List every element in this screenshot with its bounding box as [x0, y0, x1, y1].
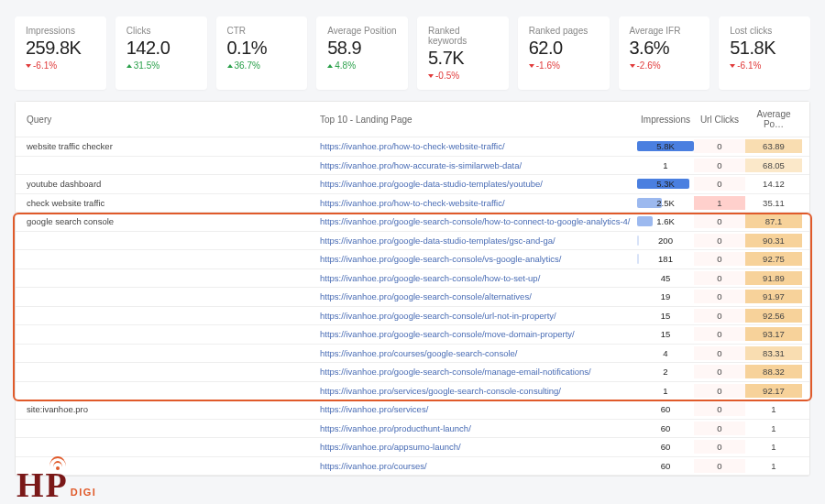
col-url-clicks[interactable]: Url Clicks	[694, 113, 745, 126]
cell-avg-position: 87.1	[745, 214, 802, 228]
table-row[interactable]: youtube dashboardhttps://ivanhoe.pro/goo…	[16, 175, 809, 194]
col-average-position[interactable]: Average Po…	[745, 107, 802, 131]
cell-landing-page[interactable]: https://ivanhoe.pro/google-data-studio-t…	[316, 234, 637, 247]
arrow-down-icon	[630, 64, 635, 68]
table-row[interactable]: https://ivanhoe.pro/how-accurate-is-simi…	[16, 157, 809, 176]
table-row[interactable]: https://ivanhoe.pro/courses/6001	[16, 457, 809, 477]
cell-url-clicks: 0	[694, 309, 745, 323]
metric-card[interactable]: Average Position58.94.8%	[316, 16, 408, 90]
metric-card[interactable]: CTR0.1%36.7%	[216, 16, 308, 90]
col-landing-page[interactable]: Top 10 - Landing Page	[316, 113, 637, 126]
cell-url-clicks: 0	[694, 422, 745, 435]
metric-label: Ranked keywords	[428, 26, 498, 46]
cell-landing-page[interactable]: https://ivanhoe.pro/google-search-consol…	[316, 309, 637, 323]
metric-value: 5.7K	[428, 48, 498, 69]
metric-label: Lost clicks	[730, 26, 799, 36]
cell-url-clicks: 0	[694, 440, 745, 454]
arrow-down-icon	[428, 74, 434, 78]
table-row[interactable]: website traffic checkerhttps://ivanhoe.p…	[16, 137, 809, 157]
logo-letter-p: P	[46, 466, 67, 504]
table-row[interactable]: https://ivanhoe.pro/google-search-consol…	[16, 325, 809, 345]
cell-url-clicks: 0	[694, 346, 745, 360]
table-row[interactable]: https://ivanhoe.pro/google-search-consol…	[16, 250, 809, 269]
table-row[interactable]: https://ivanhoe.pro/google-search-consol…	[16, 269, 809, 289]
table-row[interactable]: https://ivanhoe.pro/producthunt-launch/6…	[16, 420, 809, 439]
cell-impressions: 2.5K	[637, 196, 694, 210]
arrow-up-icon	[126, 64, 132, 68]
cell-query	[23, 276, 316, 279]
cell-url-clicks: 0	[694, 177, 745, 191]
cell-landing-page[interactable]: https://ivanhoe.pro/courses/google-searc…	[316, 346, 637, 360]
cell-impressions: 15	[637, 309, 694, 323]
cell-query	[23, 313, 316, 317]
cell-landing-page[interactable]: https://ivanhoe.pro/google-search-consol…	[316, 290, 637, 303]
arrow-down-icon	[26, 64, 31, 68]
cell-url-clicks: 0	[694, 459, 745, 473]
cell-avg-position: 91.89	[745, 271, 802, 285]
cell-avg-position: 1	[745, 402, 802, 416]
col-impressions[interactable]: Impressions	[637, 113, 694, 126]
cell-avg-position: 63.89	[745, 139, 802, 153]
table-row[interactable]: https://ivanhoe.pro/google-search-consol…	[16, 288, 809, 307]
cell-landing-page[interactable]: https://ivanhoe.pro/google-search-consol…	[316, 214, 637, 228]
table-row[interactable]: https://ivanhoe.pro/google-data-studio-t…	[16, 232, 809, 251]
metric-card[interactable]: Ranked keywords5.7K-0.5%	[417, 16, 509, 90]
cell-url-clicks: 0	[694, 139, 745, 153]
table-row[interactable]: site:ivanhoe.prohttps://ivanhoe.pro/serv…	[16, 400, 809, 420]
arrow-down-icon	[730, 64, 735, 68]
metric-card[interactable]: Average IFR3.6%-2.6%	[619, 16, 710, 90]
arrow-up-icon	[327, 64, 333, 68]
metric-card[interactable]: Lost clicks51.8K-6.1%	[719, 16, 810, 90]
metric-value: 58.9	[327, 38, 397, 59]
col-query[interactable]: Query	[23, 113, 316, 126]
cell-url-clicks: 0	[694, 290, 745, 303]
metric-value: 62.0	[529, 38, 599, 59]
table-row[interactable]: https://ivanhoe.pro/services/google-sear…	[16, 382, 809, 401]
arrow-down-icon	[529, 64, 534, 68]
cell-query	[23, 295, 316, 299]
metric-value: 0.1%	[227, 38, 297, 59]
cell-landing-page[interactable]: https://ivanhoe.pro/how-to-check-website…	[316, 139, 637, 153]
cell-landing-page[interactable]: https://ivanhoe.pro/how-to-check-website…	[316, 196, 637, 210]
cell-landing-page[interactable]: https://ivanhoe.pro/services/google-sear…	[316, 384, 637, 398]
cell-impressions: 5.3K	[637, 177, 694, 191]
table-row[interactable]: https://ivanhoe.pro/courses/google-searc…	[16, 345, 809, 364]
cell-impressions: 2	[637, 365, 694, 378]
cell-url-clicks: 0	[694, 365, 745, 378]
cell-avg-position: 1	[745, 440, 802, 454]
table-row[interactable]: https://ivanhoe.pro/google-search-consol…	[16, 307, 809, 326]
cell-landing-page[interactable]: https://ivanhoe.pro/courses/	[316, 459, 637, 473]
cell-avg-position: 1	[745, 459, 802, 473]
cell-avg-position: 14.12	[745, 177, 802, 191]
cell-landing-page[interactable]: https://ivanhoe.pro/google-search-consol…	[316, 271, 637, 285]
cell-impressions: 1.6K	[637, 214, 694, 228]
cell-impressions: 60	[637, 422, 694, 435]
cell-landing-page[interactable]: https://ivanhoe.pro/google-search-consol…	[316, 365, 637, 378]
logo-digi-text: DIGI	[71, 487, 97, 498]
cell-landing-page[interactable]: https://ivanhoe.pro/google-search-consol…	[316, 252, 637, 266]
table-row[interactable]: check website traffichttps://ivanhoe.pro…	[16, 194, 809, 214]
cell-impressions: 1	[637, 159, 694, 172]
table-row[interactable]: https://ivanhoe.pro/appsumo-launch/6001	[16, 438, 809, 457]
arrow-up-icon	[227, 64, 233, 68]
cell-query	[23, 464, 316, 467]
cell-query	[23, 351, 316, 355]
cell-landing-page[interactable]: https://ivanhoe.pro/producthunt-launch/	[316, 422, 637, 435]
metric-delta: -2.6%	[630, 60, 699, 71]
cell-avg-position: 68.05	[745, 159, 802, 172]
cell-landing-page[interactable]: https://ivanhoe.pro/appsumo-launch/	[316, 440, 637, 454]
cell-landing-page[interactable]: https://ivanhoe.pro/services/	[316, 402, 637, 416]
metric-card[interactable]: Clicks142.031.5%	[116, 16, 207, 90]
cell-impressions: 45	[637, 271, 694, 285]
cell-landing-page[interactable]: https://ivanhoe.pro/google-search-consol…	[316, 327, 637, 341]
cell-impressions: 5.8K	[637, 139, 694, 153]
cell-impressions: 181	[637, 252, 694, 266]
cell-impressions: 60	[637, 459, 694, 473]
cell-landing-page[interactable]: https://ivanhoe.pro/google-data-studio-t…	[316, 177, 637, 191]
metric-card[interactable]: Ranked pages62.0-1.6%	[518, 16, 610, 90]
table-row[interactable]: https://ivanhoe.pro/google-search-consol…	[16, 363, 809, 382]
cell-landing-page[interactable]: https://ivanhoe.pro/how-accurate-is-simi…	[316, 159, 637, 172]
metric-card[interactable]: Impressions259.8K-6.1%	[15, 16, 106, 90]
metric-delta: -6.1%	[730, 60, 799, 71]
table-row[interactable]: google search consolehttps://ivanhoe.pro…	[16, 213, 809, 232]
